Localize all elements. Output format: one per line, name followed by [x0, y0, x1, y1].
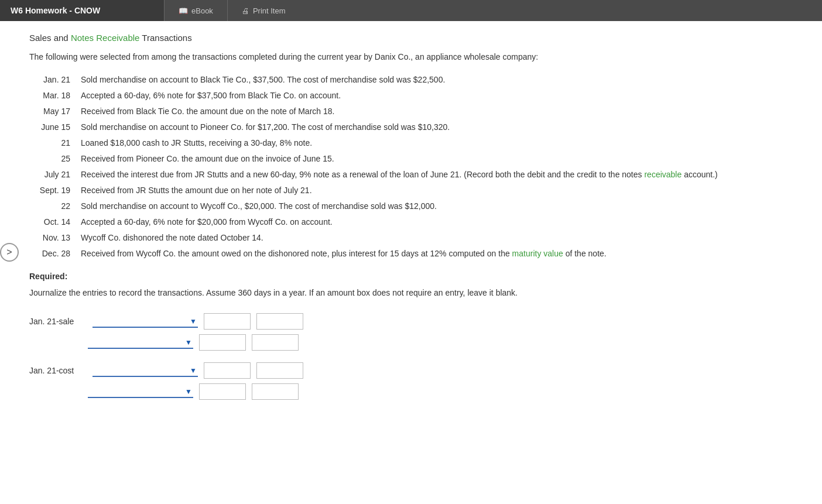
account-dropdown-wrapper: Accounts Receivable Sales Revenue Cost o…	[93, 364, 198, 377]
transaction-desc: Accepted a 60-day, 6% note for $37,500 f…	[81, 90, 785, 102]
debit-input[interactable]	[204, 362, 251, 379]
list-item: July 21 Received the interest due from J…	[29, 169, 785, 181]
page-title-prefix: Sales and	[29, 33, 71, 43]
transaction-date: July 21	[29, 169, 70, 181]
transaction-date: Sept. 19	[29, 184, 70, 197]
account-dropdown[interactable]: Accounts Receivable Sales Revenue Cost o…	[93, 315, 198, 328]
credit-input[interactable]	[252, 383, 299, 400]
journal-entry-row: Accounts Receivable Sales Revenue Cost o…	[88, 383, 785, 400]
account-dropdown[interactable]: Accounts Receivable Sales Revenue Cost o…	[88, 336, 193, 349]
app-title: W6 Homework - CNOW	[0, 0, 164, 21]
journal-entry-row: Jan. 21-sale Accounts Receivable Sales R…	[29, 313, 785, 330]
list-item: May 17 Received from Black Tie Co. the a…	[29, 105, 785, 118]
journal-group-jan21cost: Jan. 21-cost Accounts Receivable Sales R…	[29, 362, 785, 400]
required-label: Required:	[29, 272, 785, 281]
transaction-date: Mar. 18	[29, 90, 70, 102]
account-dropdown[interactable]: Accounts Receivable Sales Revenue Cost o…	[88, 385, 193, 398]
list-item: Nov. 13 Wycoff Co. dishonored the note d…	[29, 232, 785, 244]
notes-receivable-link[interactable]: Notes Receivable	[71, 33, 140, 43]
tab-ebook[interactable]: 📖 eBook	[164, 0, 227, 21]
transaction-desc: Received from Wycoff Co. the amount owed…	[81, 248, 785, 260]
credit-input[interactable]	[256, 313, 303, 330]
debit-input[interactable]	[199, 334, 246, 351]
tab-print[interactable]: 🖨 Print Item	[227, 0, 300, 21]
account-dropdown-wrapper: Accounts Receivable Sales Revenue Cost o…	[88, 385, 193, 398]
account-dropdown-wrapper: Accounts Receivable Sales Revenue Cost o…	[93, 315, 198, 328]
list-item: 21 Loaned $18,000 cash to JR Stutts, rec…	[29, 137, 785, 149]
list-item: Jan. 21 Sold merchandise on account to B…	[29, 74, 785, 86]
tab-print-label: Print Item	[253, 6, 286, 15]
list-item: Sept. 19 Received from JR Stutts the amo…	[29, 184, 785, 197]
tab-ebook-label: eBook	[191, 6, 213, 15]
list-item: Mar. 18 Accepted a 60-day, 6% note for $…	[29, 90, 785, 102]
list-item: 25 Received from Pioneer Co. the amount …	[29, 153, 785, 165]
transaction-date: 22	[29, 200, 70, 212]
transaction-date: Oct. 14	[29, 216, 70, 228]
print-icon: 🖨	[242, 6, 249, 15]
list-item: June 15 Sold merchandise on account to P…	[29, 121, 785, 133]
receivable-link[interactable]: receivable	[644, 170, 681, 179]
account-dropdown-wrapper: Accounts Receivable Sales Revenue Cost o…	[88, 336, 193, 349]
transaction-date: Dec. 28	[29, 248, 70, 260]
journal-entry-row: Jan. 21-cost Accounts Receivable Sales R…	[29, 362, 785, 379]
top-navigation: W6 Homework - CNOW 📖 eBook 🖨 Print Item	[0, 0, 822, 21]
transactions-list: Jan. 21 Sold merchandise on account to B…	[29, 74, 785, 260]
transaction-desc: Loaned $18,000 cash to JR Stutts, receiv…	[81, 137, 785, 149]
ebook-icon: 📖	[179, 6, 188, 15]
transaction-desc: Received the interest due from JR Stutts…	[81, 169, 785, 181]
journal-entry-row: Accounts Receivable Sales Revenue Cost o…	[88, 334, 785, 351]
transaction-desc: Wycoff Co. dishonored the note dated Oct…	[81, 232, 785, 244]
list-item: Dec. 28 Received from Wycoff Co. the amo…	[29, 248, 785, 260]
list-item: 22 Sold merchandise on account to Wycoff…	[29, 200, 785, 212]
debit-input[interactable]	[199, 383, 246, 400]
list-item: Oct. 14 Accepted a 60-day, 6% note for $…	[29, 216, 785, 228]
transaction-date: Jan. 21	[29, 74, 70, 86]
transaction-date: 21	[29, 137, 70, 149]
transaction-date: June 15	[29, 121, 70, 133]
credit-input[interactable]	[252, 334, 299, 351]
transaction-desc: Sold merchandise on account to Black Tie…	[81, 74, 785, 86]
instructions-text: Journalize the entries to record the tra…	[29, 287, 785, 299]
debit-input[interactable]	[204, 313, 251, 330]
side-arrow-button[interactable]: >	[0, 243, 19, 262]
maturity-value-link[interactable]: maturity value	[512, 249, 563, 258]
journal-entry-label: Jan. 21-sale	[29, 317, 88, 326]
account-dropdown[interactable]: Accounts Receivable Sales Revenue Cost o…	[93, 364, 198, 377]
transaction-desc: Sold merchandise on account to Wycoff Co…	[81, 200, 785, 212]
intro-text: The following were selected from among t…	[29, 51, 785, 63]
credit-input[interactable]	[256, 362, 303, 379]
main-content: Sales and Notes Receivable Transactions …	[0, 21, 808, 441]
journal-group-jan21sale: Jan. 21-sale Accounts Receivable Sales R…	[29, 313, 785, 351]
transaction-date: Nov. 13	[29, 232, 70, 244]
page-title-suffix: Transactions	[139, 33, 191, 43]
transaction-desc: Received from Pioneer Co. the amount due…	[81, 153, 785, 165]
transaction-date: 25	[29, 153, 70, 165]
transaction-desc: Received from JR Stutts the amount due o…	[81, 184, 785, 197]
transaction-desc: Sold merchandise on account to Pioneer C…	[81, 121, 785, 133]
page-title: Sales and Notes Receivable Transactions	[29, 33, 785, 43]
transaction-desc: Received from Black Tie Co. the amount d…	[81, 105, 785, 118]
journal-entry-label: Jan. 21-cost	[29, 366, 88, 375]
transaction-date: May 17	[29, 105, 70, 118]
transaction-desc: Accepted a 60-day, 6% note for $20,000 f…	[81, 216, 785, 228]
journal-section: Jan. 21-sale Accounts Receivable Sales R…	[29, 313, 785, 400]
